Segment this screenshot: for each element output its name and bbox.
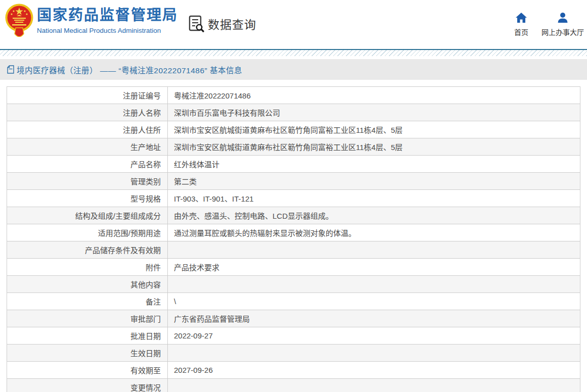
field-label: 产品名称 — [7, 156, 168, 173]
table-row: 型号规格 IT-903、IT-901、IT-121 — [7, 190, 580, 207]
national-emblem-logo — [5, 4, 34, 37]
field-value: 深圳市宝安区航城街道黄麻布社区簕竹角同富裕工业区11栋4层、5层 — [168, 138, 580, 156]
top-nav: 首页 网上办事大厅 — [514, 12, 584, 37]
user-icon — [557, 12, 569, 23]
field-label: 管理类别 — [7, 173, 168, 190]
field-value: \ — [168, 293, 580, 310]
table-row: 其他内容 — [7, 276, 580, 293]
field-value: 深圳市宝安区航城街道黄麻布社区簕竹角同富裕工业区11栋4层、5层 — [168, 121, 580, 138]
page-title: 境内医疗器械（注册） —— “粤械注准20222071486” 基本信息 — [17, 64, 242, 75]
table-row: 注册人名称 深圳市百乐富电子科技有限公司 — [7, 104, 580, 121]
table-row: 注册人住所 深圳市宝安区航城街道黄麻布社区簕竹角同富裕工业区11栋4层、5层 — [7, 121, 580, 138]
document-icon — [7, 65, 14, 74]
table-row: 附件 产品技术要求 — [7, 259, 580, 276]
info-table-body: 注册证编号 粤械注准20222071486 注册人名称 深圳市百乐富电子科技有限… — [7, 87, 580, 392]
org-name-en: National Medical Products Administration — [37, 27, 178, 34]
field-label: 生效日期 — [7, 345, 168, 362]
field-value — [168, 345, 580, 362]
field-label: 备注 — [7, 293, 168, 310]
field-value: 广东省药品监督管理局 — [168, 310, 580, 327]
table-row: 生产地址 深圳市宝安区航城街道黄麻布社区簕竹角同富裕工业区11栋4层、5层 — [7, 138, 580, 156]
nav-home[interactable]: 首页 — [514, 12, 528, 37]
field-label: 有效期至 — [7, 362, 168, 379]
org-name-cn: 国家药品监督管理局 — [37, 8, 178, 24]
nav-home-label: 首页 — [514, 27, 528, 37]
national-emblem-icon — [5, 4, 34, 37]
field-value: 红外线体温计 — [168, 156, 580, 173]
field-label: 其他内容 — [7, 276, 168, 293]
field-label: 适用范围/预期用途 — [7, 224, 168, 241]
field-label: 批准日期 — [7, 327, 168, 345]
field-value — [168, 276, 580, 293]
field-label: 型号规格 — [7, 190, 168, 207]
page: 国家药品监督管理局 National Medical Products Admi… — [0, 0, 587, 392]
registration-info-table: 注册证编号 粤械注准20222071486 注册人名称 深圳市百乐富电子科技有限… — [7, 86, 580, 392]
field-value — [168, 379, 580, 392]
field-label: 注册人名称 — [7, 104, 168, 121]
table-row: 生效日期 — [7, 345, 580, 362]
field-label: 附件 — [7, 259, 168, 276]
table-row: 注册证编号 粤械注准20222071486 — [7, 87, 580, 104]
field-label: 注册证编号 — [7, 87, 168, 104]
header-divider-hatch — [0, 50, 587, 56]
table-row: 变更情况 — [7, 379, 580, 392]
data-query-icon — [188, 15, 205, 33]
table-row: 结构及组成/主要组成成分 由外壳、感温头、控制电路、LCD显示器组成。 — [7, 207, 580, 224]
field-value: IT-903、IT-901、IT-121 — [168, 190, 580, 207]
field-value: 由外壳、感温头、控制电路、LCD显示器组成。 — [168, 207, 580, 224]
home-icon — [515, 12, 527, 23]
field-label: 注册人住所 — [7, 121, 168, 138]
field-value — [168, 241, 580, 259]
table-row: 适用范围/预期用途 通过测量耳腔或额头的热辐射来显示被测对象的体温。 — [7, 224, 580, 241]
table-row: 有效期至 2027-09-26 — [7, 362, 580, 379]
field-value: 产品技术要求 — [168, 259, 580, 276]
data-query-label: 数据查询 — [208, 15, 256, 32]
data-query-section[interactable]: 数据查询 — [188, 15, 256, 33]
registration-info-table-wrap: 注册证编号 粤械注准20222071486 注册人名称 深圳市百乐富电子科技有限… — [7, 86, 580, 392]
page-title-bar: 境内医疗器械（注册） —— “粤械注准20222071486” 基本信息 — [0, 59, 587, 80]
field-value: 2027-09-26 — [168, 362, 580, 379]
field-label: 生产地址 — [7, 138, 168, 156]
table-row: 批准日期 2022-09-27 — [7, 327, 580, 345]
table-row: 产品名称 红外线体温计 — [7, 156, 580, 173]
nav-online-hall-label: 网上办事大厅 — [541, 27, 584, 37]
field-value: 通过测量耳腔或额头的热辐射来显示被测对象的体温。 — [168, 224, 580, 241]
site-header: 国家药品监督管理局 National Medical Products Admi… — [0, 0, 587, 49]
field-label: 审批部门 — [7, 310, 168, 327]
table-row: 备注 \ — [7, 293, 580, 310]
table-row: 管理类别 第二类 — [7, 173, 580, 190]
nav-online-hall[interactable]: 网上办事大厅 — [541, 12, 584, 37]
org-title-block: 国家药品监督管理局 National Medical Products Admi… — [37, 8, 178, 34]
table-row: 审批部门 广东省药品监督管理局 — [7, 310, 580, 327]
field-value: 2022-09-27 — [168, 327, 580, 345]
field-label: 变更情况 — [7, 379, 168, 392]
table-row: 产品储存条件及有效期 — [7, 241, 580, 259]
field-value: 粤械注准20222071486 — [168, 87, 580, 104]
field-value: 第二类 — [168, 173, 580, 190]
field-label: 产品储存条件及有效期 — [7, 241, 168, 259]
field-label: 结构及组成/主要组成成分 — [7, 207, 168, 224]
field-value: 深圳市百乐富电子科技有限公司 — [168, 104, 580, 121]
